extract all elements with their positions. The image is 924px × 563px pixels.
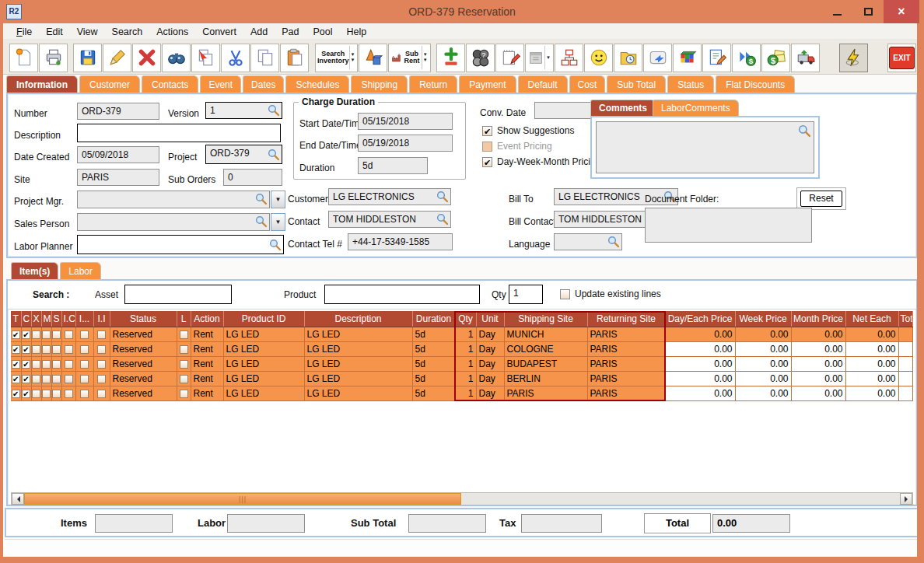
cell-day_each_price[interactable]: 0.00 bbox=[665, 386, 735, 400]
save-button[interactable] bbox=[73, 44, 102, 72]
tab-default[interactable]: Default bbox=[518, 75, 568, 93]
row-checkbox[interactable]: ✔ bbox=[12, 345, 20, 354]
cell-checkbox[interactable] bbox=[51, 371, 61, 386]
cell-checkbox[interactable] bbox=[177, 341, 191, 356]
cell-shipping_site[interactable]: COLOGNE bbox=[504, 341, 587, 356]
cell-checkbox[interactable]: ✔ bbox=[21, 356, 31, 371]
find-button[interactable] bbox=[162, 44, 191, 72]
cell-month_price[interactable]: 0.00 bbox=[791, 356, 845, 371]
cell-unit[interactable]: Day bbox=[476, 327, 504, 341]
cell-unit[interactable]: Day bbox=[476, 371, 504, 386]
cell-returning_site[interactable]: PARIS bbox=[587, 341, 665, 356]
lookup-icon[interactable] bbox=[436, 191, 449, 203]
menu-edit[interactable]: Edit bbox=[39, 25, 70, 39]
row-checkbox[interactable] bbox=[52, 375, 61, 383]
cell-checkbox[interactable] bbox=[93, 371, 110, 386]
cell-day_each_price[interactable]: 0.00 bbox=[665, 327, 735, 341]
calendar-dropdown-icon[interactable]: ▼ bbox=[544, 46, 551, 69]
cell-shipping_site[interactable]: MUNICH bbox=[504, 327, 587, 341]
cell-action[interactable]: Rent bbox=[191, 327, 223, 341]
row-checkbox[interactable] bbox=[65, 390, 73, 398]
folder-clock-button[interactable] bbox=[614, 44, 642, 72]
cell-checkbox[interactable]: ✔ bbox=[11, 356, 21, 371]
new-document-button[interactable] bbox=[9, 44, 38, 72]
cell-month_price[interactable]: 0.00 bbox=[791, 371, 845, 386]
cell-action[interactable]: Rent bbox=[191, 371, 223, 386]
row-checkbox[interactable] bbox=[97, 360, 106, 369]
cell-checkbox[interactable] bbox=[61, 371, 75, 386]
row-checkbox[interactable] bbox=[180, 345, 188, 354]
cell-returning_site[interactable]: PARIS bbox=[587, 327, 665, 341]
cell-status[interactable]: Reserved bbox=[110, 327, 177, 341]
reset-button[interactable]: Reset bbox=[800, 191, 842, 207]
notepad-button[interactable] bbox=[495, 44, 524, 72]
paste-button[interactable] bbox=[280, 44, 309, 72]
row-checkbox[interactable] bbox=[97, 330, 106, 339]
copy-to-button[interactable] bbox=[191, 44, 220, 72]
cell-status[interactable]: Reserved bbox=[110, 356, 177, 371]
cell-checkbox[interactable] bbox=[177, 327, 191, 341]
menu-actions[interactable]: Actions bbox=[149, 25, 195, 39]
grid-column-header[interactable]: I.C bbox=[61, 311, 75, 327]
horizontal-scrollbar[interactable]: ||| bbox=[11, 492, 913, 505]
cell-day_each_price[interactable]: 0.00 bbox=[665, 341, 735, 356]
cell-day_each_price[interactable]: 0.00 bbox=[665, 371, 735, 386]
cell-checkbox[interactable] bbox=[31, 341, 41, 356]
lookup-icon[interactable] bbox=[268, 149, 280, 161]
cell-qty[interactable]: 1 bbox=[455, 386, 476, 400]
row-checkbox[interactable] bbox=[42, 390, 51, 398]
grid-column-header[interactable]: Product ID bbox=[223, 311, 304, 327]
row-checkbox[interactable] bbox=[97, 390, 106, 398]
sub-rent-button[interactable]: Sub Rent ▼▼ bbox=[388, 44, 430, 72]
row-checkbox[interactable]: ✔ bbox=[12, 375, 20, 383]
cell-week_price[interactable]: 0.00 bbox=[735, 371, 791, 386]
cell-checkbox[interactable] bbox=[31, 327, 41, 341]
row-checkbox[interactable] bbox=[180, 375, 188, 383]
row-checkbox[interactable]: ✔ bbox=[12, 390, 20, 398]
cell-product_id[interactable]: LG LED bbox=[223, 386, 304, 400]
cell-product_id[interactable]: LG LED bbox=[223, 341, 304, 356]
comments-textarea[interactable] bbox=[596, 121, 814, 173]
tab-information[interactable]: Information bbox=[6, 75, 78, 93]
menu-add[interactable]: Add bbox=[243, 25, 275, 39]
language-field[interactable] bbox=[554, 233, 622, 250]
tab-event[interactable]: Event bbox=[200, 75, 241, 93]
cell-tot[interactable] bbox=[898, 327, 912, 341]
cell-checkbox[interactable] bbox=[177, 356, 191, 371]
grid-column-header[interactable]: Returning Site bbox=[587, 311, 665, 327]
row-checkbox[interactable] bbox=[42, 375, 51, 383]
cell-checkbox[interactable] bbox=[93, 341, 110, 356]
cell-duration[interactable]: 5d bbox=[412, 386, 455, 400]
exit-button[interactable]: EXIT bbox=[887, 44, 916, 72]
cell-checkbox[interactable] bbox=[41, 386, 51, 400]
cube-button[interactable] bbox=[673, 44, 702, 72]
cell-month_price[interactable]: 0.00 bbox=[791, 327, 845, 341]
cell-checkbox[interactable]: ✔ bbox=[21, 327, 31, 341]
cell-tot[interactable] bbox=[898, 356, 912, 371]
menu-search[interactable]: Search bbox=[105, 25, 150, 39]
cell-net_each[interactable]: 0.00 bbox=[845, 341, 898, 356]
lookup-icon[interactable] bbox=[255, 193, 268, 205]
row-checkbox[interactable] bbox=[80, 360, 89, 369]
cell-checkbox[interactable] bbox=[61, 327, 75, 341]
grid-column-header[interactable]: Description bbox=[304, 311, 412, 327]
cell-status[interactable]: Reserved bbox=[110, 341, 177, 356]
sales-person-dropdown[interactable]: ▼ bbox=[271, 213, 285, 231]
copy-button[interactable] bbox=[250, 44, 279, 72]
project-mgr-field[interactable] bbox=[77, 191, 270, 208]
row-checkbox[interactable] bbox=[180, 360, 188, 369]
row-checkbox[interactable]: ✔ bbox=[22, 360, 30, 369]
cell-tot[interactable] bbox=[898, 341, 912, 356]
cell-checkbox[interactable] bbox=[75, 386, 93, 400]
cell-unit[interactable]: Day bbox=[476, 341, 504, 356]
cell-checkbox[interactable] bbox=[41, 341, 51, 356]
labor-planner-field[interactable] bbox=[77, 235, 284, 254]
cell-unit[interactable]: Day bbox=[476, 386, 504, 400]
row-checkbox[interactable] bbox=[32, 330, 40, 339]
cell-week_price[interactable]: 0.00 bbox=[735, 356, 791, 371]
cell-product_id[interactable]: LG LED bbox=[223, 327, 304, 341]
cell-checkbox[interactable] bbox=[51, 386, 61, 400]
cell-qty[interactable]: 1 bbox=[455, 356, 476, 371]
tab-payment[interactable]: Payment bbox=[459, 75, 516, 93]
cell-shipping_site[interactable]: BERLIN bbox=[504, 371, 587, 386]
